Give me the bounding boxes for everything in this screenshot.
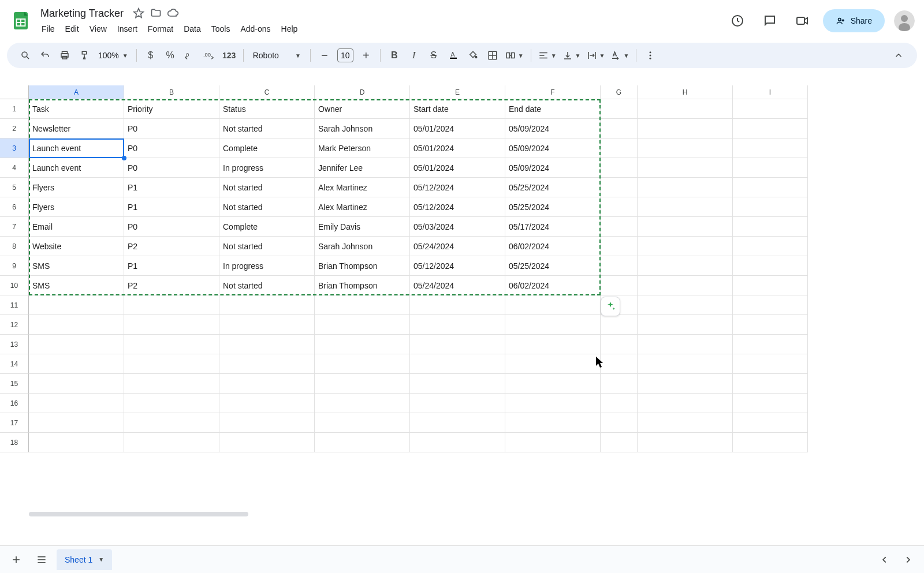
cell[interactable] bbox=[124, 315, 219, 335]
cell[interactable]: 05/25/2024 bbox=[505, 197, 601, 217]
cell[interactable]: Jennifer Lee bbox=[315, 158, 410, 178]
vertical-align-icon[interactable]: ▼ bbox=[560, 46, 583, 65]
cell[interactable] bbox=[124, 295, 219, 315]
cell[interactable] bbox=[733, 335, 808, 354]
column-header[interactable]: I bbox=[733, 85, 808, 99]
number-format-icon[interactable]: 123 bbox=[220, 46, 239, 65]
cell[interactable] bbox=[124, 374, 219, 394]
cell[interactable]: 05/25/2024 bbox=[505, 178, 601, 197]
menu-help[interactable]: Help bbox=[277, 22, 303, 36]
comments-icon[interactable] bbox=[758, 9, 781, 32]
cell[interactable] bbox=[601, 237, 638, 256]
column-header[interactable]: C bbox=[219, 85, 315, 99]
decrease-font-icon[interactable]: − bbox=[315, 46, 334, 65]
cell[interactable]: Not started bbox=[219, 197, 315, 217]
cell[interactable]: 06/02/2024 bbox=[505, 237, 601, 256]
cell[interactable] bbox=[29, 295, 124, 315]
column-header[interactable]: B bbox=[124, 85, 219, 99]
cell[interactable] bbox=[733, 354, 808, 374]
column-header[interactable]: G bbox=[601, 85, 638, 99]
cell[interactable] bbox=[410, 315, 505, 335]
select-all-corner[interactable] bbox=[0, 85, 29, 99]
cell[interactable]: 05/01/2024 bbox=[410, 158, 505, 178]
cell[interactable] bbox=[733, 197, 808, 217]
cell[interactable]: Complete bbox=[219, 138, 315, 158]
cell[interactable] bbox=[410, 413, 505, 433]
cell[interactable] bbox=[733, 413, 808, 433]
cell[interactable] bbox=[219, 433, 315, 452]
cell[interactable]: Website bbox=[29, 237, 124, 256]
cell[interactable] bbox=[410, 394, 505, 413]
folder-move-icon[interactable] bbox=[150, 8, 162, 19]
cell[interactable]: Not started bbox=[219, 178, 315, 197]
cell[interactable] bbox=[410, 433, 505, 452]
cell[interactable] bbox=[638, 99, 733, 119]
meet-icon[interactable] bbox=[791, 9, 814, 32]
cell[interactable] bbox=[315, 354, 410, 374]
row-header[interactable]: 1 bbox=[0, 99, 29, 119]
cell[interactable]: Launch event bbox=[29, 138, 124, 158]
cell[interactable] bbox=[505, 335, 601, 354]
cell[interactable] bbox=[733, 138, 808, 158]
column-header[interactable]: A bbox=[29, 85, 124, 99]
horizontal-scrollbar[interactable] bbox=[29, 512, 924, 518]
cell[interactable] bbox=[601, 315, 638, 335]
cell[interactable] bbox=[638, 374, 733, 394]
strikethrough-icon[interactable]: S bbox=[424, 46, 443, 65]
cell[interactable] bbox=[638, 119, 733, 138]
cell[interactable] bbox=[638, 217, 733, 237]
cell[interactable] bbox=[638, 315, 733, 335]
cell[interactable] bbox=[219, 354, 315, 374]
cell[interactable] bbox=[219, 295, 315, 315]
cell[interactable] bbox=[638, 394, 733, 413]
cell[interactable] bbox=[505, 354, 601, 374]
cell[interactable] bbox=[638, 158, 733, 178]
cell[interactable] bbox=[124, 335, 219, 354]
cell[interactable] bbox=[315, 374, 410, 394]
cell[interactable] bbox=[733, 315, 808, 335]
bold-icon[interactable]: B bbox=[385, 46, 404, 65]
cell[interactable] bbox=[638, 237, 733, 256]
cell[interactable] bbox=[124, 433, 219, 452]
menu-data[interactable]: Data bbox=[179, 22, 206, 36]
cell[interactable] bbox=[601, 217, 638, 237]
currency-icon[interactable]: $ bbox=[141, 46, 160, 65]
cell[interactable] bbox=[219, 394, 315, 413]
column-header[interactable]: E bbox=[410, 85, 505, 99]
cell[interactable]: P1 bbox=[124, 197, 219, 217]
cell[interactable] bbox=[315, 295, 410, 315]
cell[interactable] bbox=[315, 335, 410, 354]
cell[interactable] bbox=[601, 374, 638, 394]
smart-fill-button[interactable] bbox=[601, 297, 620, 316]
column-header[interactable]: H bbox=[638, 85, 733, 99]
percent-icon[interactable]: % bbox=[161, 46, 180, 65]
cell[interactable]: Mark Peterson bbox=[315, 138, 410, 158]
cell[interactable] bbox=[505, 413, 601, 433]
scroll-sheets-right-icon[interactable] bbox=[897, 549, 918, 570]
star-icon[interactable] bbox=[133, 8, 144, 19]
cell[interactable]: In progress bbox=[219, 256, 315, 276]
menu-edit[interactable]: Edit bbox=[61, 22, 84, 36]
cell[interactable]: Sarah Johnson bbox=[315, 237, 410, 256]
cell[interactable]: P1 bbox=[124, 178, 219, 197]
cell[interactable]: P2 bbox=[124, 237, 219, 256]
row-header[interactable]: 6 bbox=[0, 197, 29, 217]
cell[interactable] bbox=[601, 197, 638, 217]
menu-insert[interactable]: Insert bbox=[113, 22, 142, 36]
cell[interactable] bbox=[601, 394, 638, 413]
cell[interactable]: 05/25/2024 bbox=[505, 256, 601, 276]
cell[interactable] bbox=[638, 433, 733, 452]
cell[interactable]: 06/02/2024 bbox=[505, 276, 601, 295]
cell[interactable] bbox=[601, 335, 638, 354]
row-header[interactable]: 8 bbox=[0, 237, 29, 256]
cell[interactable] bbox=[29, 394, 124, 413]
search-icon[interactable] bbox=[16, 46, 35, 65]
cell[interactable]: Alex Martinez bbox=[315, 197, 410, 217]
cell[interactable] bbox=[410, 335, 505, 354]
cell[interactable] bbox=[219, 374, 315, 394]
cell[interactable]: 05/09/2024 bbox=[505, 158, 601, 178]
font-size-input[interactable]: 10 bbox=[337, 48, 353, 62]
cell[interactable] bbox=[638, 276, 733, 295]
cell[interactable] bbox=[733, 394, 808, 413]
cell[interactable]: Flyers bbox=[29, 178, 124, 197]
